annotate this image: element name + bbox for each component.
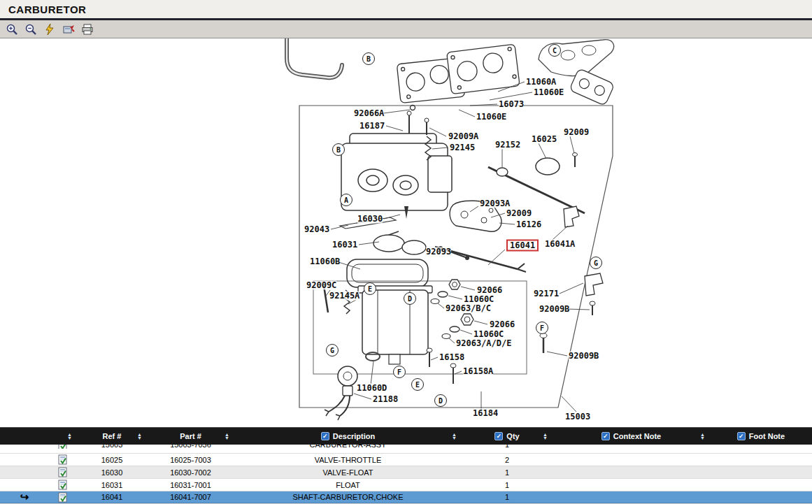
table-row-16025[interactable]: 1602516025-7003VALVE-THROTTLE2 xyxy=(0,454,812,466)
cell-indicator xyxy=(0,479,49,491)
column-header-desc[interactable]: ✓Description▲▼ xyxy=(234,428,462,445)
column-header-qty[interactable]: ✓Qty▲▼ xyxy=(462,428,553,445)
row-doc-icon[interactable] xyxy=(49,479,77,491)
cell-qty: 2 xyxy=(462,454,553,466)
cell-part: 16041-7007 xyxy=(147,491,234,503)
cell-qty: 1 xyxy=(462,479,553,491)
zoom-out-button[interactable] xyxy=(23,22,38,37)
cell-ref: 16031 xyxy=(77,479,147,491)
hotspot-flash-button[interactable] xyxy=(42,22,57,37)
cell-ref: 15003 xyxy=(77,445,147,449)
part-label-92009C[interactable]: 92009C xyxy=(306,281,336,290)
table-row-16041[interactable]: ↪ 1604116041-7007SHAFT-CARBURETOR,CHOKE1 xyxy=(0,491,812,503)
part-label-92152[interactable]: 92152 xyxy=(495,141,520,150)
part-label-16187[interactable]: 16187 xyxy=(359,122,385,131)
cell-ref: 16030 xyxy=(77,466,147,478)
row-doc-icon[interactable] xyxy=(49,466,77,478)
part-label-16184[interactable]: 16184 xyxy=(473,409,498,418)
sort-icon-qty[interactable]: ▲▼ xyxy=(543,433,548,440)
part-label-92171[interactable]: 92171 xyxy=(534,289,559,298)
document-check-icon xyxy=(58,492,68,503)
part-label-92066A[interactable]: 92066A xyxy=(354,109,384,118)
part-label-92009[interactable]: 92009 xyxy=(506,209,532,218)
cell-desc: FLOAT xyxy=(234,479,462,491)
cell-ref: 16041 xyxy=(77,491,147,503)
cell-desc: SHAFT-CARBURETOR,CHOKE xyxy=(234,491,462,503)
part-label-21188[interactable]: 21188 xyxy=(373,395,398,404)
column-label-ref: Ref # xyxy=(103,432,122,440)
part-label-16031[interactable]: 16031 xyxy=(332,240,357,250)
column-checkbox-context[interactable]: ✓ xyxy=(601,432,610,440)
toolbar xyxy=(0,20,812,38)
sort-icon-desc[interactable]: ▲▼ xyxy=(452,433,457,440)
table-header: ▲▼Ref #▲▼Part #▲▼✓Description▲▼✓Qty▲▼✓Co… xyxy=(0,427,812,445)
column-checkbox-desc[interactable]: ✓ xyxy=(321,432,329,440)
part-label-92093[interactable]: 92093 xyxy=(426,247,451,257)
column-checkbox-qty[interactable]: ✓ xyxy=(494,432,503,440)
part-label-11060E[interactable]: 11060E xyxy=(534,88,564,97)
part-label-16041[interactable]: 16041 xyxy=(506,240,539,252)
row-doc-icon[interactable] xyxy=(49,454,77,466)
part-label-16073[interactable]: 16073 xyxy=(499,100,524,109)
column-header-ref[interactable]: Ref #▲▼ xyxy=(77,428,147,445)
parts-table: ▲▼Ref #▲▼Part #▲▼✓Description▲▼✓Qty▲▼✓Co… xyxy=(0,427,812,503)
part-label-92009[interactable]: 92009 xyxy=(564,128,589,137)
table-row-15003[interactable]: 1500315003-7036CARBURETOR-ASSY1 xyxy=(0,445,812,454)
page-title: CARBURETOR xyxy=(8,3,86,15)
column-checkbox-foot[interactable]: ✓ xyxy=(737,432,746,440)
zoom-in-button[interactable] xyxy=(4,22,20,37)
print-button[interactable] xyxy=(80,22,95,37)
selected-row-arrow-icon: ↪ xyxy=(20,492,29,502)
table-row-16031[interactable]: 1603116031-7001FLOAT1 xyxy=(0,479,812,491)
cell-part: 15003-7036 xyxy=(147,445,234,449)
part-label-16158A[interactable]: 16158A xyxy=(463,367,493,376)
part-label-92009B[interactable]: 92009B xyxy=(539,305,569,314)
part-label-11060A[interactable]: 11060A xyxy=(526,78,556,87)
cell-part: 16030-7002 xyxy=(147,466,234,478)
part-label-92066[interactable]: 92066 xyxy=(490,320,515,329)
sort-icon-context[interactable]: ▲▼ xyxy=(700,433,705,440)
column-header-part[interactable]: Part #▲▼ xyxy=(147,428,234,445)
cell-context xyxy=(553,479,710,491)
part-label-16025[interactable]: 16025 xyxy=(532,135,557,144)
document-check-icon xyxy=(58,445,68,449)
part-label-92145[interactable]: 92145 xyxy=(450,143,475,152)
part-label-92145A[interactable]: 92145A xyxy=(329,291,359,301)
table-row-16030[interactable]: 1603016030-7002VALVE-FLOAT1 xyxy=(0,466,812,479)
part-label-92093A[interactable]: 92093A xyxy=(480,199,510,208)
part-label-11060D[interactable]: 11060D xyxy=(357,384,387,393)
part-label-92063-B-C[interactable]: 92063/B/C xyxy=(446,304,491,313)
cell-desc: VALVE-FLOAT xyxy=(234,466,462,478)
exploded-view-drawing xyxy=(0,38,812,427)
cell-indicator xyxy=(0,466,49,478)
sort-icon-part[interactable]: ▲▼ xyxy=(225,433,229,440)
zoom-out-icon xyxy=(24,23,37,36)
diagram-canvas[interactable]: 92066A1618711060A11060E1607311060E92009A… xyxy=(0,38,812,427)
part-label-11060B[interactable]: 11060B xyxy=(310,257,340,266)
sort-icon-icon[interactable]: ▲▼ xyxy=(67,433,72,440)
view-ref-circle-G: G xyxy=(590,257,602,269)
column-header-icon[interactable]: ▲▼ xyxy=(49,428,77,445)
part-label-92043[interactable]: 92043 xyxy=(304,225,329,234)
part-label-11060E[interactable]: 11060E xyxy=(476,113,506,122)
cell-indicator: ↪ xyxy=(0,491,49,503)
cell-context xyxy=(553,466,710,478)
part-label-16158[interactable]: 16158 xyxy=(439,353,464,362)
part-label-92063-A-D-E[interactable]: 92063/A/D/E xyxy=(456,339,511,348)
part-label-92009B[interactable]: 92009B xyxy=(569,352,599,361)
part-label-16126[interactable]: 16126 xyxy=(516,220,541,229)
part-label-16041A[interactable]: 16041A xyxy=(545,240,575,249)
row-doc-icon[interactable] xyxy=(49,445,77,449)
cell-ref: 16025 xyxy=(77,454,147,466)
cell-qty: 1 xyxy=(462,445,553,449)
cell-foot xyxy=(710,491,812,503)
column-label-foot: Foot Note xyxy=(749,432,785,440)
column-header-context[interactable]: ✓Context Note▲▼ xyxy=(553,428,710,445)
part-label-16030[interactable]: 16030 xyxy=(357,215,383,224)
locate-part-button[interactable] xyxy=(61,22,76,37)
view-ref-circle-E: E xyxy=(411,378,424,391)
row-doc-icon[interactable] xyxy=(49,491,77,503)
part-label-92009A[interactable]: 92009A xyxy=(448,132,478,141)
part-label-15003[interactable]: 15003 xyxy=(565,412,590,422)
sort-icon-ref[interactable]: ▲▼ xyxy=(137,433,142,440)
